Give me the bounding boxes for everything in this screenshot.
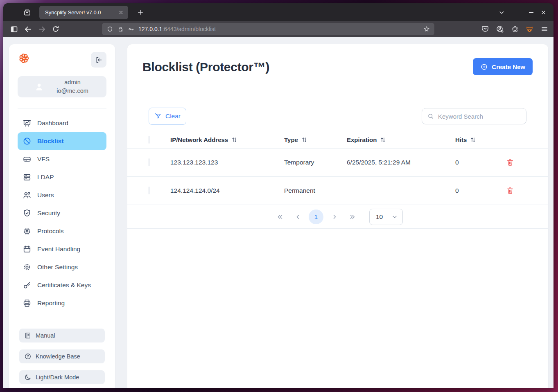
page-content: admin io@me.com Dashboard Blocklist — [3, 37, 553, 388]
sidebar-collapse-button[interactable] — [91, 52, 106, 68]
browser-titlebar: Syncplify Server! v7.0.0 — [3, 3, 553, 21]
lock-warning-icon[interactable] — [117, 26, 124, 33]
block-icon — [23, 137, 32, 146]
user-avatar-icon — [34, 82, 44, 92]
footer-item-label: Knowledge Base — [36, 353, 80, 360]
key-icon — [23, 281, 32, 290]
tracking-shield-icon[interactable] — [106, 26, 113, 33]
page-size-value: 10 — [376, 213, 383, 221]
browser-window: Syncplify Server! v7.0.0 — [3, 3, 553, 388]
select-all-checkbox[interactable] — [149, 136, 149, 144]
cell-hits: 0 — [455, 187, 506, 194]
sidebar-item-reporting[interactable]: Reporting — [18, 294, 106, 312]
forward-button[interactable] — [38, 25, 46, 34]
first-page-button[interactable] — [273, 210, 287, 224]
sidebar-item-label: VFS — [37, 155, 50, 163]
user-info: admin io@me.com — [44, 78, 101, 95]
pocket-icon[interactable] — [481, 25, 489, 33]
tab-close-icon[interactable] — [117, 9, 125, 16]
light-dark-mode-button[interactable]: Light/Dark Mode — [19, 370, 105, 384]
cell-expiration: 6/25/2025, 5:21:29 AM — [347, 159, 455, 166]
column-header: Type — [284, 136, 298, 143]
url-bar[interactable]: 127.0.0.1:6443/admin/blocklist — [102, 23, 434, 35]
sidebar-item-protocols[interactable]: Protocols — [18, 222, 106, 240]
user-profile-card[interactable]: admin io@me.com — [18, 76, 106, 97]
menu-hamburger-icon[interactable] — [540, 25, 549, 33]
column-header: Expiration — [347, 136, 377, 143]
cell-address: 123.123.123.123 — [170, 159, 284, 166]
server-icon — [23, 173, 32, 182]
delete-row-button[interactable] — [506, 187, 517, 195]
window-minimize-button[interactable] — [525, 6, 537, 18]
sidebar-item-label: LDAP — [37, 173, 54, 181]
book-icon — [24, 332, 32, 339]
cell-hits: 0 — [455, 159, 506, 166]
shield-check-icon — [23, 209, 32, 218]
sort-icon[interactable] — [380, 136, 386, 143]
firefox-view-icon[interactable] — [23, 8, 32, 17]
filter-bar: Clear — [127, 89, 548, 125]
sidebar-item-label: Users — [37, 191, 54, 199]
user-email: io@me.com — [44, 87, 101, 95]
cpu-icon — [23, 227, 32, 236]
clear-filter-button[interactable]: Clear — [149, 108, 186, 125]
table-row: 124.124.124.0/24 Permanent 0 — [127, 177, 548, 205]
sidebar-item-other-settings[interactable]: Other Settings — [18, 258, 106, 276]
knowledge-base-button[interactable]: Knowledge Base — [19, 349, 105, 363]
bookmark-star-icon[interactable] — [423, 25, 430, 33]
column-header: IP/Network Address — [170, 136, 228, 143]
sidebar-item-vfs[interactable]: VFS — [18, 150, 106, 168]
chevron-down-icon — [391, 214, 398, 220]
sort-icon[interactable] — [470, 136, 477, 143]
sort-icon[interactable] — [231, 136, 238, 143]
calendar-icon — [23, 245, 32, 254]
toolbar-extension-area — [481, 25, 549, 34]
table-row: 123.123.123.123 Temporary 6/25/2025, 5:2… — [127, 149, 548, 177]
row-checkbox[interactable] — [149, 187, 149, 194]
sidebar-item-label: Dashboard — [37, 119, 68, 127]
sidebar-item-security[interactable]: Security — [18, 204, 106, 222]
tab-list-chevron-icon[interactable] — [498, 9, 505, 16]
gear-icon — [23, 263, 32, 272]
sort-icon[interactable] — [301, 136, 308, 143]
sidebar-item-label: Reporting — [37, 300, 65, 307]
page-size-select[interactable]: 10 — [369, 209, 403, 225]
search-icon — [427, 113, 434, 120]
sidebar-item-dashboard[interactable]: Dashboard — [18, 114, 106, 132]
question-circle-icon — [24, 353, 32, 360]
sidebar-item-certificates-keys[interactable]: Certificates & Keys — [18, 276, 106, 294]
sidebar-nav: Dashboard Blocklist VFS LDAP — [9, 108, 115, 312]
extensions-puzzle-icon[interactable] — [511, 25, 519, 33]
last-page-button[interactable] — [345, 210, 359, 224]
sidebar-item-label: Blocklist — [37, 137, 64, 145]
manual-button[interactable]: Manual — [19, 329, 105, 342]
delete-row-button[interactable] — [506, 158, 517, 167]
keyword-search-box — [422, 108, 526, 124]
cell-type: Permanent — [284, 187, 347, 194]
page-header: Blocklist (Protector™) Create New — [127, 44, 548, 89]
sidebar-item-blocklist[interactable]: Blocklist — [18, 132, 106, 150]
account-icon[interactable] — [496, 25, 504, 33]
back-button[interactable] — [24, 25, 32, 34]
sidebar-item-ldap[interactable]: LDAP — [18, 168, 106, 186]
drive-icon — [23, 155, 32, 164]
browser-tab[interactable]: Syncplify Server! v7.0.0 — [39, 6, 128, 19]
window-close-button[interactable] — [537, 6, 549, 18]
sidebar-item-event-handling[interactable]: Event Handling — [18, 240, 106, 258]
keyword-search-input[interactable] — [438, 113, 521, 120]
previous-page-button[interactable] — [291, 210, 305, 224]
next-page-button[interactable] — [327, 210, 341, 224]
create-new-button[interactable]: Create New — [473, 58, 533, 75]
reload-button[interactable] — [52, 25, 60, 33]
extension-fox-icon[interactable] — [525, 25, 534, 34]
sidebar-toggle-icon[interactable] — [10, 25, 18, 34]
dashboard-icon — [23, 119, 32, 128]
create-new-label: Create New — [492, 63, 525, 70]
current-page-button[interactable]: 1 — [309, 210, 323, 224]
url-text: 127.0.0.1:6443/admin/blocklist — [138, 26, 419, 32]
key-permission-icon[interactable] — [128, 26, 135, 33]
row-checkbox[interactable] — [149, 158, 149, 166]
desktop-background: Syncplify Server! v7.0.0 — [0, 0, 558, 392]
sidebar-item-users[interactable]: Users — [18, 186, 106, 204]
new-tab-button[interactable] — [136, 7, 145, 17]
